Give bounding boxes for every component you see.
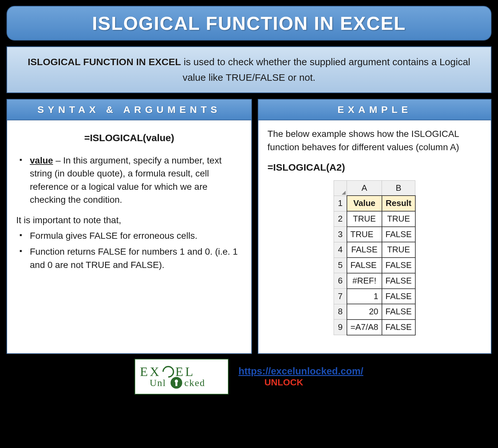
col-header-b: B (382, 180, 415, 196)
cell-b7: FALSE (382, 289, 415, 304)
intro-rest: is used to check whether the supplied ar… (181, 56, 470, 83)
argument-item: value – In this argument, specify a numb… (19, 154, 242, 207)
excel-table-wrap: A B 1 Value Result 2 TRUE TRUE 3 (267, 180, 482, 335)
row-header: 2 (334, 211, 347, 227)
row-header: 1 (334, 196, 347, 211)
cell-a4: FALSE (347, 242, 382, 258)
argument-list: value – In this argument, specify a numb… (16, 154, 242, 207)
cell-b6: FALSE (382, 273, 415, 289)
page-title: ISLOGICAL FUNCTION IN EXCEL (14, 12, 484, 34)
notes-list: Formula gives FALSE for erroneous cells.… (16, 229, 242, 272)
cell-a5: FALSE (347, 258, 382, 273)
syntax-body: =ISLOGICAL(value) value – In this argume… (6, 120, 252, 354)
cell-b5: FALSE (382, 258, 415, 273)
cell-b4: TRUE (382, 242, 415, 258)
cell-b9: FALSE (382, 320, 415, 335)
note-item: Formula gives FALSE for erroneous cells. (19, 229, 242, 243)
row-header: 8 (334, 304, 347, 320)
row-header: 9 (334, 320, 347, 335)
cell-b3: FALSE (382, 227, 415, 242)
row-header: 5 (334, 258, 347, 273)
argument-label: value (30, 155, 53, 165)
row-header: 4 (334, 242, 347, 258)
logo-text-top: EXEL (140, 365, 223, 378)
keyhole-icon (171, 377, 182, 389)
notes-intro: It is important to note that, (16, 214, 242, 227)
cell-a6: #REF! (347, 273, 382, 289)
logo: EXEL Unl cked (135, 359, 229, 394)
intro-box: ISLOGICAL FUNCTION IN EXCEL is used to c… (6, 46, 492, 93)
example-header: EXAMPLE (258, 99, 492, 120)
syntax-column: SYNTAX & ARGUMENTS =ISLOGICAL(value) val… (6, 99, 252, 354)
cell-a9: =A7/A8 (347, 320, 382, 335)
excel-table: A B 1 Value Result 2 TRUE TRUE 3 (334, 180, 415, 335)
cell-a8: 20 (347, 304, 382, 320)
logo-text-bottom: Unl (149, 377, 166, 388)
cell-a2: TRUE (347, 211, 382, 227)
row-header: 3 (334, 227, 347, 242)
col-header-a: A (347, 180, 382, 196)
syntax-header: SYNTAX & ARGUMENTS (6, 99, 252, 120)
columns: SYNTAX & ARGUMENTS =ISLOGICAL(value) val… (6, 99, 492, 354)
header-cell-result: Result (382, 196, 415, 211)
footer-link[interactable]: https://excelunlocked.com/ (238, 366, 363, 377)
footer: EXEL Unl cked https://excelunlocked.com/… (6, 359, 492, 394)
footer-unlock-text: UNLOCK (264, 377, 363, 388)
note-item: Function returns FALSE for numbers 1 and… (19, 245, 242, 272)
example-formula: =ISLOGICAL(A2) (267, 160, 482, 175)
cell-a7: 1 (347, 289, 382, 304)
cell-a3: TRUE (347, 227, 382, 242)
logo-text-bottom2: cked (184, 377, 205, 388)
title-banner: ISLOGICAL FUNCTION IN EXCEL (6, 6, 492, 41)
cell-b8: FALSE (382, 304, 415, 320)
example-column: EXAMPLE The below example shows how the … (258, 99, 492, 354)
select-all-corner (334, 180, 347, 196)
row-header: 7 (334, 289, 347, 304)
intro-strong: ISLOGICAL FUNCTION IN EXCEL (28, 56, 181, 67)
header-cell-value: Value (347, 196, 382, 211)
cell-b2: TRUE (382, 211, 415, 227)
row-header: 6 (334, 273, 347, 289)
example-body: The below example shows how the ISLOGICA… (258, 120, 492, 354)
footer-right: https://excelunlocked.com/ UNLOCK (238, 366, 363, 388)
example-intro: The below example shows how the ISLOGICA… (267, 127, 482, 154)
argument-desc: – In this argument, specify a number, te… (30, 155, 221, 205)
syntax-formula: =ISLOGICAL(value) (16, 131, 242, 145)
